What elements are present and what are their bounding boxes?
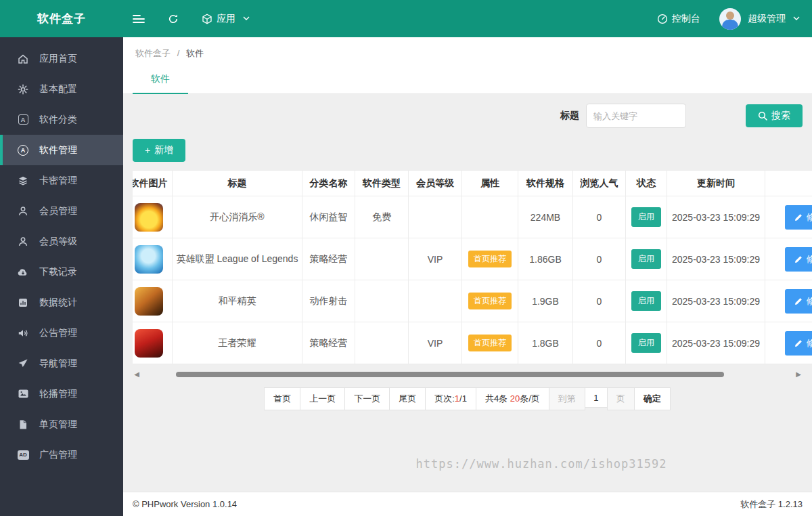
search-bar: 标题 搜索 [123,94,812,128]
col-image: 软件图片 [133,171,173,196]
cell-category: 动作射击 [302,280,355,322]
col-title: 标题 [173,171,302,196]
table-row: 英雄联盟 League of Legends 策略经营 VIP 首页推荐 1.8… [133,238,812,280]
table-header-row: 软件图片 标题 分类名称 软件类型 会员等级 属性 软件规格 浏览人气 状态 更… [133,171,812,196]
pagination-first[interactable]: 首页 [264,387,300,410]
status-toggle-button[interactable]: 启用 [631,249,661,269]
software-table-wrapper: 软件图片 标题 分类名称 软件类型 会员等级 属性 软件规格 浏览人气 状态 更… [133,170,812,364]
gear-icon [16,83,30,95]
pagination-confirm-button[interactable]: 确定 [634,387,671,410]
sidebar-item-announcements[interactable]: 公告管理 [0,318,123,348]
sidebar-item-categories[interactable]: A 软件分类 [0,104,123,135]
breadcrumb-current: 软件 [186,48,204,58]
horizontal-scrollbar: ◀ ▶ [133,370,803,379]
image-icon [16,388,30,400]
dashboard-icon [657,14,668,24]
cell-title: 英雄联盟 League of Legends [173,238,302,280]
cell-type [355,280,409,322]
footer-version: 软件盒子 1.2.13 [740,498,803,511]
footer-copyright: © PHPwork Version 1.0.14 [133,499,237,509]
sidebar-item-ads[interactable]: AD 广告管理 [0,439,123,470]
search-button[interactable]: 搜索 [746,104,803,127]
pagination-last[interactable]: 尾页 [389,387,426,410]
sidebar-item-config[interactable]: 基本配置 [0,74,123,104]
cell-type: 免费 [355,196,409,238]
edit-button[interactable]: 修改 [785,331,812,356]
sidebar-item-software[interactable]: A 软件管理 [0,135,123,165]
cell-title: 开心消消乐® [173,196,302,238]
chevron-down-icon [793,16,800,21]
status-toggle-button[interactable]: 启用 [631,207,661,227]
cell-attr [462,196,518,238]
cell-title: 和平精英 [173,280,302,322]
app-menu-dropdown[interactable]: 应用 [192,0,259,37]
table-row: 开心消消乐® 休闲益智 免费 224MB 0 启用 2025-03-23 15:… [133,196,812,238]
sidebar-item-cardkeys[interactable]: 卡密管理 [0,165,123,196]
edit-button[interactable]: 修改 [785,205,812,230]
col-updated: 更新时间 [667,171,765,196]
software-table: 软件图片 标题 分类名称 软件类型 会员等级 属性 软件规格 浏览人气 状态 更… [133,170,812,364]
collapse-menu-button[interactable] [123,0,154,37]
status-toggle-button[interactable]: 启用 [631,291,661,311]
sidebar-item-carousel[interactable]: 轮播管理 [0,379,123,409]
cell-views: 0 [573,238,626,280]
col-views: 浏览人气 [573,171,626,196]
edit-button[interactable]: 修改 [785,289,812,314]
search-input[interactable] [586,104,686,128]
scrollbar-thumb[interactable] [176,372,724,377]
status-toggle-button[interactable]: 启用 [631,333,661,353]
tab-software[interactable]: 软件 [133,66,188,94]
scroll-right-arrow[interactable]: ▶ [794,370,803,379]
user-icon [16,236,30,248]
home-recommend-badge: 首页推荐 [468,293,512,309]
topbar: 软件盒子 应用 控制台 [0,0,812,37]
scrollbar-track[interactable] [141,371,794,378]
pagination-goto-unit: 页 [607,387,635,410]
home-icon [16,53,30,65]
hamburger-icon [133,14,145,24]
scroll-left-arrow[interactable]: ◀ [133,370,141,379]
cell-size: 224MB [518,196,573,238]
console-button[interactable]: 控制台 [648,0,710,37]
bar-chart-icon [16,297,30,309]
sidebar-item-downloads[interactable]: 下载记录 [0,257,123,287]
col-attr: 属性 [462,171,518,196]
col-status: 状态 [626,171,667,196]
cell-size: 1.9GB [518,280,573,322]
pagination-goto-input[interactable] [585,387,608,408]
refresh-button[interactable] [158,0,188,37]
add-button[interactable]: + 新增 [133,139,185,162]
cell-views: 0 [573,280,626,322]
edit-button[interactable]: 修改 [785,247,812,272]
cell-category: 休闲益智 [302,196,355,238]
footer: © PHPwork Version 1.0.14 软件盒子 1.2.13 [123,492,812,516]
app-icon-happy-match [135,203,163,232]
sidebar-item-home[interactable]: 应用首页 [0,43,123,74]
cell-level: VIP [409,322,462,364]
breadcrumb-root[interactable]: 软件盒子 [135,48,171,58]
sidebar-item-statistics[interactable]: 数据统计 [0,287,123,318]
pagination-next[interactable]: 下一页 [344,387,390,410]
watermark: https://www.huzhan.com/ishop31592 [304,457,778,471]
app-icon-peace-elite [135,287,163,316]
breadcrumb: 软件盒子 / 软件 [123,37,812,66]
col-level: 会员等级 [409,171,462,196]
cell-level: VIP [409,238,462,280]
home-recommend-badge: 首页推荐 [468,335,512,351]
cell-size: 1.86GB [518,238,573,280]
tab-bar: 软件 [123,66,812,94]
sidebar-item-member-levels[interactable]: 会员等级 [0,226,123,257]
cell-category: 策略经营 [302,322,355,364]
pagination-prev[interactable]: 上一页 [300,387,345,410]
cell-type [355,238,409,280]
speaker-icon [16,327,30,339]
user-menu-dropdown[interactable]: 超级管理 [746,0,800,37]
app-logo: 软件盒子 [0,11,123,26]
sidebar-item-pages[interactable]: 单页管理 [0,409,123,439]
cloud-download-icon [16,266,30,278]
sidebar-item-navigation[interactable]: 导航管理 [0,348,123,379]
sidebar-item-members[interactable]: 会员管理 [0,196,123,226]
avatar[interactable] [719,8,741,30]
pencil-icon [794,339,803,347]
search-field-label: 标题 [560,110,579,122]
